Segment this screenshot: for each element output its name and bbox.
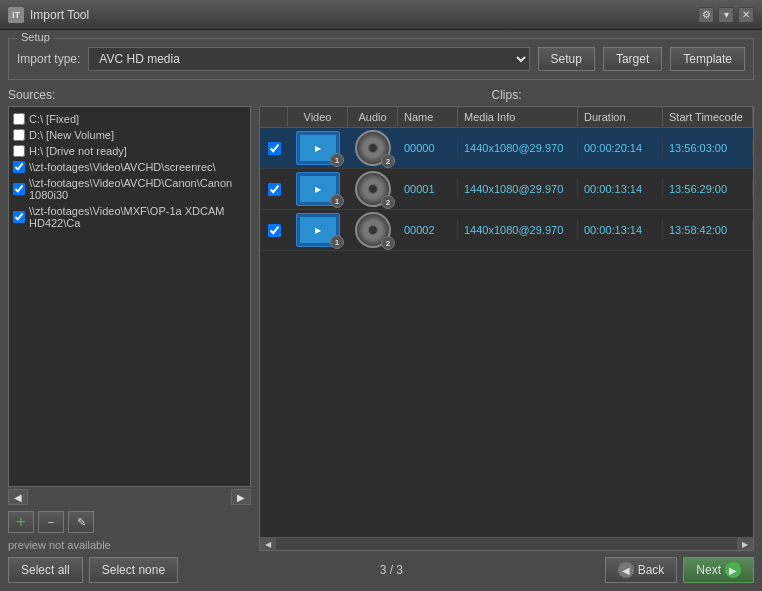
add-source-button[interactable]: + (8, 511, 34, 533)
edit-source-button[interactable]: ✎ (68, 511, 94, 533)
remove-source-button[interactable]: − (38, 511, 64, 533)
clip-audio-thumb-0: 2 (348, 128, 398, 168)
clip-duration-2: 00:00:13:14 (578, 220, 663, 240)
clips-table-header: Video Audio Name Media Info Duration Sta… (260, 107, 753, 128)
clip-checkbox-0[interactable] (260, 142, 288, 155)
back-button[interactable]: ◀ Back (605, 557, 678, 583)
table-row[interactable]: ▶ 1 2 (260, 169, 753, 210)
clips-body: ▶ 1 2 (260, 128, 753, 537)
page-count: 3 / 3 (184, 563, 599, 577)
speaker-center (368, 184, 378, 194)
audio-thumb-container: 2 (355, 130, 391, 166)
source-name-4: \\zt-footages\Video\AVCHD\Canon\Canon 10… (29, 177, 246, 201)
list-item[interactable]: H:\ [Drive not ready] (13, 143, 246, 159)
clip-timecode-2: 13:58:42:00 (663, 220, 753, 240)
video-badge: 1 (330, 194, 344, 208)
clip-duration-1: 00:00:13:14 (578, 179, 663, 199)
clip-audio-thumb-2: 2 (348, 210, 398, 250)
settings-button[interactable]: ⚙ (698, 7, 714, 23)
video-thumb-container: ▶ 1 (296, 172, 340, 206)
source-name-2: H:\ [Drive not ready] (29, 145, 127, 157)
preview-text: preview not available (8, 539, 251, 551)
select-all-button[interactable]: Select all (8, 557, 83, 583)
next-button[interactable]: Next ▶ (683, 557, 754, 583)
template-button[interactable]: Template (670, 47, 745, 71)
title-bar: IT Import Tool ⚙ ▾ ✕ (0, 0, 762, 30)
select-none-button[interactable]: Select none (89, 557, 178, 583)
speaker-center (368, 143, 378, 153)
sources-label: Sources: (8, 88, 251, 102)
scroll-track[interactable] (276, 538, 737, 550)
col-header-check (260, 107, 288, 127)
col-header-mediainfo: Media Info (458, 107, 578, 127)
window-title: Import Tool (30, 8, 698, 22)
setup-legend: Setup (17, 31, 54, 43)
col-header-duration: Duration (578, 107, 663, 127)
sources-buttons: + − ✎ (8, 511, 251, 533)
clip-audio-thumb-1: 2 (348, 169, 398, 209)
clips-table: Video Audio Name Media Info Duration Sta… (259, 106, 754, 551)
source-checkbox-2[interactable] (13, 145, 25, 157)
source-checkbox-1[interactable] (13, 129, 25, 141)
back-label: Back (638, 563, 665, 577)
source-checkbox-3[interactable] (13, 161, 25, 173)
source-name-0: C:\ [Fixed] (29, 113, 79, 125)
minimize-button[interactable]: ▾ (718, 7, 734, 23)
clip-checkbox-2[interactable] (260, 224, 288, 237)
next-circle-icon: ▶ (725, 562, 741, 578)
source-checkbox-4[interactable] (13, 183, 25, 195)
col-header-timecode: Start Timecode (663, 107, 753, 127)
window-controls: ⚙ ▾ ✕ (698, 7, 754, 23)
clip-mediainfo-1: 1440x1080@29.970 (458, 179, 578, 199)
clip-video-thumb-1: ▶ 1 (288, 170, 348, 208)
clips-panel: Clips: Video Audio Name Media Info Durat… (259, 88, 754, 551)
import-type-label: Import type: (17, 52, 80, 66)
clip-video-thumb-0: ▶ 1 (288, 129, 348, 167)
clip-duration-0: 00:00:20:14 (578, 138, 663, 158)
target-button[interactable]: Target (603, 47, 662, 71)
col-header-name: Name (398, 107, 458, 127)
table-row[interactable]: ▶ 1 2 (260, 128, 753, 169)
scroll-right-arrow[interactable]: ▶ (231, 489, 251, 505)
list-item[interactable]: \\zt-footages\Video\AVCHD\screenrec\ (13, 159, 246, 175)
source-name-1: D:\ [New Volume] (29, 129, 114, 141)
audio-badge: 2 (381, 195, 395, 209)
panels-row: Sources: C:\ [Fixed] D:\ [New Volume] H:… (8, 88, 754, 551)
audio-thumb-container: 2 (355, 212, 391, 248)
col-header-video: Video (288, 107, 348, 127)
clip-mediainfo-0: 1440x1080@29.970 (458, 138, 578, 158)
source-checkbox-0[interactable] (13, 113, 25, 125)
clips-label: Clips: (259, 88, 754, 102)
clips-scroll-left[interactable]: ◀ (260, 538, 276, 550)
app-icon: IT (8, 7, 24, 23)
clips-scrollbar: ◀ ▶ (260, 537, 753, 550)
clip-video-thumb-2: ▶ 1 (288, 211, 348, 249)
clip-timecode-1: 13:56:29:00 (663, 179, 753, 199)
video-thumb-container: ▶ 1 (296, 213, 340, 247)
list-item[interactable]: D:\ [New Volume] (13, 127, 246, 143)
col-header-audio: Audio (348, 107, 398, 127)
sources-panel: Sources: C:\ [Fixed] D:\ [New Volume] H:… (8, 88, 251, 551)
scroll-left-arrow[interactable]: ◀ (8, 489, 28, 505)
clips-scroll-right[interactable]: ▶ (737, 538, 753, 550)
close-button[interactable]: ✕ (738, 7, 754, 23)
list-item[interactable]: C:\ [Fixed] (13, 111, 246, 127)
sources-scroll: ◀ ▶ (8, 489, 251, 505)
clip-checkbox-1[interactable] (260, 183, 288, 196)
audio-thumb-container: 2 (355, 171, 391, 207)
source-name-3: \\zt-footages\Video\AVCHD\screenrec\ (29, 161, 216, 173)
source-checkbox-5[interactable] (13, 211, 25, 223)
speaker-center (368, 225, 378, 235)
setup-group: Setup Import type: AVC HD media XDCAM P2… (8, 38, 754, 80)
video-badge: 1 (330, 153, 344, 167)
list-item[interactable]: \\zt-footages\Video\AVCHD\Canon\Canon 10… (13, 175, 246, 203)
import-type-select[interactable]: AVC HD media XDCAM P2 (88, 47, 529, 71)
list-item[interactable]: \\zt-footages\Video\MXF\OP-1a XDCAM HD42… (13, 203, 246, 231)
clip-name-2: 00002 (398, 220, 458, 240)
video-thumb-container: ▶ 1 (296, 131, 340, 165)
clip-name-1: 00001 (398, 179, 458, 199)
setup-button[interactable]: Setup (538, 47, 595, 71)
table-row[interactable]: ▶ 1 2 (260, 210, 753, 251)
next-label: Next (696, 563, 721, 577)
clip-name-0: 00000 (398, 138, 458, 158)
